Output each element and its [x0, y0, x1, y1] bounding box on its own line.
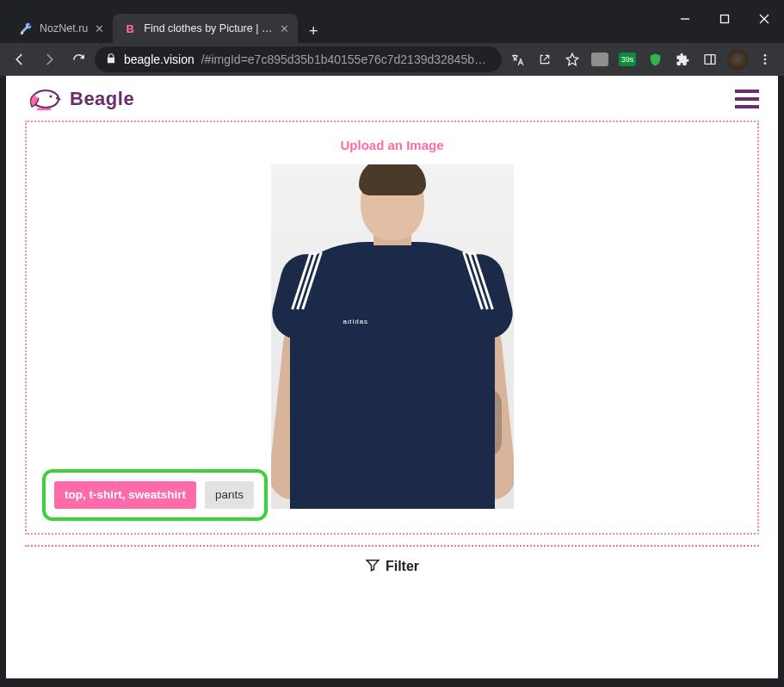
window-minimize-button[interactable]	[665, 7, 705, 31]
translate-icon[interactable]	[505, 47, 529, 71]
tab-noznet[interactable]: NozNet.ru ✕	[9, 14, 113, 43]
svg-point-7	[764, 54, 767, 57]
svg-rect-1	[721, 15, 729, 23]
uploaded-image: adidas	[271, 164, 514, 509]
svg-rect-5	[705, 55, 715, 65]
close-icon[interactable]: ✕	[280, 22, 289, 35]
url-path: /#imgId=e7c895d35b1b40155e76c7d2139d3284…	[201, 53, 491, 66]
new-tab-button[interactable]: +	[301, 19, 325, 43]
browser-toolbar: beagle.vision/#imgId=e7c895d35b1b40155e7…	[0, 43, 784, 76]
extension-shield-icon[interactable]	[643, 47, 667, 71]
filter-icon	[365, 557, 380, 576]
tab-beagle[interactable]: B Find clothes by Picture | Fashion ✕	[113, 14, 298, 43]
filter-button[interactable]: Filter	[6, 547, 778, 591]
svg-point-11	[49, 95, 52, 97]
tab-label: NozNet.ru	[40, 22, 88, 34]
forward-button[interactable]	[36, 46, 62, 72]
detected-tags-highlight: top, t-shirt, sweatshirt pants	[42, 469, 268, 521]
tab-label: Find clothes by Picture | Fashion	[144, 22, 273, 34]
svg-point-9	[764, 62, 767, 65]
back-button[interactable]	[7, 46, 33, 72]
beagle-logo-icon	[25, 86, 63, 112]
svg-point-8	[764, 59, 767, 61]
filter-label: Filter	[386, 559, 419, 574]
extensions-puzzle-icon[interactable]	[670, 47, 694, 71]
share-icon[interactable]	[533, 47, 557, 71]
reload-button[interactable]	[65, 46, 91, 72]
site-logo[interactable]: Beagle	[25, 86, 134, 112]
address-bar[interactable]: beagle.vision/#imgId=e7c895d35b1b40155e7…	[95, 46, 502, 72]
close-icon[interactable]: ✕	[95, 22, 104, 35]
url-host: beagle.vision	[124, 53, 194, 66]
browser-menu-button[interactable]	[753, 47, 777, 71]
profile-avatar[interactable]	[725, 47, 750, 71]
upload-title: Upload an Image	[40, 138, 744, 152]
menu-button[interactable]	[735, 90, 759, 108]
window-close-button[interactable]	[744, 7, 784, 31]
bookmark-star-icon[interactable]	[560, 47, 584, 71]
lock-icon	[105, 53, 117, 67]
beagle-favicon-icon: B	[123, 22, 137, 35]
tag-pants[interactable]: pants	[205, 481, 254, 509]
upload-dropzone[interactable]: Upload an Image adidas top, t-shirt, swe…	[25, 121, 759, 535]
extension-badge-icon[interactable]: 39s	[615, 47, 639, 71]
wrench-icon	[19, 22, 33, 35]
page-content: Beagle Upload an Image adidas top, t-shi…	[6, 76, 778, 678]
side-panel-icon[interactable]	[698, 47, 722, 71]
brand-name: Beagle	[70, 88, 134, 110]
window-maximize-button[interactable]	[705, 7, 744, 31]
site-header: Beagle	[6, 76, 778, 115]
extension-lastfm-icon[interactable]	[588, 47, 612, 71]
tag-top[interactable]: top, t-shirt, sweatshirt	[54, 481, 196, 509]
window-controls	[665, 7, 784, 31]
